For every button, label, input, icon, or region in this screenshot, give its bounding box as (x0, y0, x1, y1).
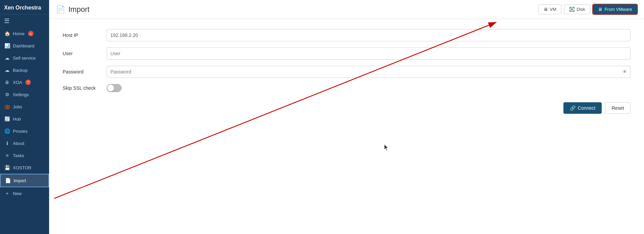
sidebar-item-label: Jobs (13, 104, 22, 109)
sidebar-item-self-service[interactable]: ☁ Self service (0, 52, 49, 64)
proxies-icon: 🌐 (4, 128, 10, 134)
vm-tab-label: VM (550, 7, 557, 12)
sidebar-item-hub[interactable]: 🔄 Hub (0, 113, 49, 125)
disk-tab-label: Disk (577, 7, 585, 12)
sidebar-item-backup[interactable]: ☁ Backup (0, 64, 49, 76)
page-header: 📄 Import 🖥 VM 💽 Disk 🖥 From VMware (49, 0, 644, 19)
skip-ssl-label: Skip SSL check (63, 85, 107, 91)
user-input[interactable] (107, 47, 630, 60)
new-icon: + (4, 191, 10, 196)
tab-disk[interactable]: 💽 Disk (564, 4, 590, 14)
sidebar-item-jobs[interactable]: 💼 Jobs (0, 101, 49, 113)
vmware-tab-icon: 🖥 (598, 7, 602, 12)
sidebar-item-settings[interactable]: ⚙ Settings (0, 88, 49, 101)
hamburger-button[interactable]: ☰ (0, 15, 49, 27)
sidebar-item-xoa[interactable]: 🖥 XOA ? (0, 76, 49, 88)
connect-label: Connect (578, 105, 595, 111)
password-input[interactable] (107, 66, 630, 78)
form-actions: 🔗 Connect Reset (63, 102, 630, 114)
sidebar-item-tasks[interactable]: ≡ Tasks (0, 149, 49, 162)
about-icon: ℹ (4, 141, 10, 146)
sidebar-item-label: Backup (13, 68, 27, 73)
sidebar-item-import[interactable]: 📄 Import (0, 174, 49, 187)
xoa-badge: ? (25, 80, 31, 85)
tasks-icon: ≡ (4, 153, 10, 158)
sidebar-item-label: Home (13, 31, 25, 36)
toggle-knob (107, 85, 114, 91)
sidebar-item-about[interactable]: ℹ About (0, 137, 49, 149)
xostor-icon: 💾 (4, 165, 10, 170)
vm-tab-icon: 🖥 (543, 7, 548, 12)
reset-label: Reset (611, 105, 624, 111)
connect-button[interactable]: 🔗 Connect (563, 102, 602, 114)
hub-icon: 🔄 (4, 116, 10, 122)
sidebar-item-label: New (13, 191, 22, 196)
sidebar-item-proxies[interactable]: 🌐 Proxies (0, 125, 49, 137)
sidebar-item-label: Self service (13, 56, 36, 61)
password-wrapper: 👁 (107, 66, 630, 78)
sidebar-item-label: About (13, 141, 24, 146)
disk-tab-icon: 💽 (569, 7, 575, 12)
connect-icon: 🔗 (570, 105, 576, 111)
jobs-icon: 💼 (4, 104, 10, 109)
import-icon: 📄 (5, 178, 11, 183)
tab-from-vmware[interactable]: 🖥 From VMware (593, 4, 637, 14)
sidebar-item-label: Settings (13, 92, 29, 97)
sidebar-item-dashboard[interactable]: 📊 Dashboard (0, 40, 49, 52)
host-ip-label: Host IP (63, 33, 107, 38)
page-content: Host IP User Password 👁 Skip SSL check (49, 19, 644, 234)
reset-button[interactable]: Reset (605, 102, 630, 114)
home-badge: ⚠ (28, 31, 34, 36)
sidebar-nav: 🏠 Home ⚠ 📊 Dashboard ☁ Self service ☁ Ba… (0, 27, 49, 199)
page-title: Import (68, 5, 89, 14)
sidebar-item-label: XOA (13, 80, 22, 85)
user-label: User (63, 51, 107, 56)
page-title-area: 📄 Import (56, 5, 538, 14)
password-label: Password (63, 69, 107, 75)
skip-ssl-row: Skip SSL check (63, 84, 630, 92)
password-row: Password 👁 (63, 66, 630, 78)
settings-icon: ⚙ (4, 92, 10, 97)
sidebar: Xen Orchestra ☰ 🏠 Home ⚠ 📊 Dashboard ☁ S… (0, 0, 49, 234)
vmware-tab-label: From VMware (604, 7, 632, 12)
sidebar-item-home[interactable]: 🏠 Home ⚠ (0, 27, 49, 40)
sidebar-item-new[interactable]: + New (0, 187, 49, 199)
host-ip-row: Host IP (63, 29, 630, 41)
page-title-icon: 📄 (56, 5, 65, 14)
main-area: 📄 Import 🖥 VM 💽 Disk 🖥 From VMware Host … (49, 0, 644, 234)
dashboard-icon: 📊 (4, 43, 10, 48)
sidebar-item-label: Dashboard (13, 43, 35, 48)
xoa-icon: 🖥 (4, 80, 10, 85)
user-row: User (63, 47, 630, 60)
self-service-icon: ☁ (4, 55, 10, 61)
cursor (384, 144, 389, 152)
header-tabs: 🖥 VM 💽 Disk 🖥 From VMware (538, 4, 637, 14)
home-icon: 🏠 (4, 31, 10, 36)
host-ip-input[interactable] (107, 29, 630, 41)
password-toggle-icon[interactable]: 👁 (622, 69, 627, 75)
skip-ssl-toggle[interactable] (107, 84, 122, 92)
sidebar-item-xostor[interactable]: 💾 XOSTOR (0, 162, 49, 174)
app-title: Xen Orchestra (0, 0, 49, 15)
sidebar-item-label: Import (14, 178, 26, 183)
sidebar-item-label: Proxies (13, 129, 27, 134)
backup-icon: ☁ (4, 67, 10, 73)
sidebar-item-label: Hub (13, 116, 21, 122)
tab-vm[interactable]: 🖥 VM (538, 4, 562, 14)
sidebar-item-label: XOSTOR (13, 165, 31, 170)
sidebar-item-label: Tasks (13, 153, 24, 158)
